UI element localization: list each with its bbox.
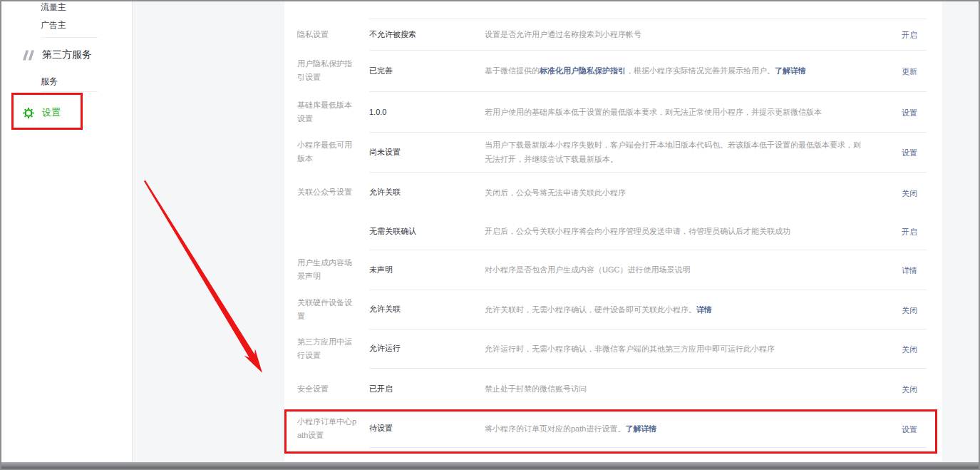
setting-action-cell: 详情 [887, 263, 927, 276]
setting-label: 隐私设置 [297, 28, 369, 41]
description-link[interactable]: 标准化用户隐私保护指引 [540, 66, 626, 75]
setting-value: 1.0.0 [369, 108, 485, 116]
setting-action-link[interactable]: 关闭 [902, 306, 917, 315]
sidebar-item-label: 第三方服务 [42, 48, 92, 61]
settings-row: 用户生成内容场景声明 未声明 对小程序是否包含用户生成内容（UGC）进行使用场景… [284, 250, 942, 290]
setting-description: 禁止处于封禁的微信账号访问 [485, 382, 887, 396]
setting-action-cell: 开启 [887, 28, 927, 41]
setting-action-cell: 更新 [887, 64, 927, 77]
settings-row: 小程序订单中心path设置 待设置 将小程序的订单页对应的path进行设置。了解… [284, 409, 942, 447]
setting-description: 当用户下载最新版本小程序失败时，客户端会打开本地旧版本代码包。若该版本低于设置的… [485, 138, 887, 166]
settings-row: 隐私设置 不允许被搜索 设置是否允许用户通过名称搜索到小程序帐号 开启 [284, 19, 942, 50]
setting-description: 将小程序的订单页对应的path进行设置。了解详情 [485, 422, 887, 436]
description-link[interactable]: 详情 [696, 305, 712, 314]
setting-action-cell: 关闭 [887, 342, 927, 355]
setting-value: 已开启 [369, 384, 485, 394]
setting-description: 允许运行时，无需小程序确认，非微信客户端的其他第三方应用中即可运行此小程序 [485, 342, 887, 356]
settings-row: 关联公众号设置 允许关联 关闭后，公众号将无法申请关联此小程序 关闭 [284, 172, 942, 213]
setting-action-link[interactable]: 关闭 [902, 385, 917, 394]
setting-description: 对小程序是否包含用户生成内容（UGC）进行使用场景说明 [485, 262, 887, 277]
setting-label: 第三方应用中运行设置 [297, 335, 369, 362]
setting-action-cell: 关闭 [887, 382, 927, 395]
setting-value: 允许关联 [369, 304, 485, 315]
setting-label: 用户隐私保护指引设置 [297, 57, 369, 84]
sidebar-item-advertiser[interactable]: 广告主 [41, 19, 66, 31]
setting-value: 允许关联 [369, 187, 485, 198]
settings-panel: 隐私设置 不允许被搜索 设置是否允许用户通过名称搜索到小程序帐号 开启 用户隐私… [284, 1, 942, 464]
setting-action-cell: 设置 [887, 422, 927, 435]
setting-action-cell: 设置 [887, 145, 927, 158]
setting-action-cell: 关闭 [887, 303, 927, 316]
setting-value: 无需关联确认 [369, 226, 485, 237]
sidebar-divider [41, 37, 98, 38]
setting-action-link[interactable]: 关闭 [902, 189, 917, 198]
sidebar-item-services[interactable]: 服务 [41, 76, 58, 88]
setting-label: 安全设置 [297, 382, 369, 396]
settings-row: 小程序最低可用版本 尚未设置 当用户下载最新版本小程序失败时，客户端会打开本地旧… [284, 132, 942, 172]
third-party-icon [23, 49, 34, 61]
setting-action-cell: 开启 [887, 225, 927, 237]
setting-description: 基于微信提供的标准化用户隐私保护指引，根据小程序实际情况完善并展示给用户。了解详… [485, 63, 887, 78]
setting-description: 设置是否允许用户通过名称搜索到小程序帐号 [485, 27, 887, 41]
setting-label: 关联硬件设备设置 [297, 296, 369, 323]
setting-action-link[interactable]: 开启 [902, 228, 917, 236]
setting-description: 若用户使用的基础库版本低于设置的最低版本要求，则无法正常使用小程序，并提示更新微… [485, 105, 887, 119]
settings-row: 无需关联确认 开启后，公众号关联小程序将会向小程序管理员发送申请，待管理员确认后… [284, 213, 942, 250]
sidebar-item-label: 设置 [42, 106, 61, 119]
row-divider [369, 447, 927, 448]
window-bottom-edge [1, 462, 979, 469]
setting-label: 基础库最低版本设置 [297, 98, 369, 126]
sidebar-item-traffic[interactable]: 流量主 [41, 1, 66, 14]
setting-value: 待设置 [369, 423, 485, 434]
settings-row: 基础库最低版本设置 1.0.0 若用户使用的基础库版本低于设置的最低版本要求，则… [284, 91, 942, 132]
setting-action-link[interactable]: 开启 [902, 31, 917, 39]
setting-label: 用户生成内容场景声明 [297, 256, 369, 283]
setting-action-link[interactable]: 设置 [902, 148, 917, 157]
setting-action-link[interactable]: 详情 [902, 266, 917, 275]
setting-action-link[interactable]: 更新 [902, 67, 917, 76]
setting-value: 已完善 [369, 66, 485, 76]
setting-value: 未声明 [369, 265, 485, 275]
gear-icon [23, 107, 34, 118]
setting-value: 允许运行 [369, 343, 485, 354]
app-window: 流量主 广告主 第三方服务 服务 [0, 0, 980, 470]
settings-row: 安全设置 已开启 禁止处于封禁的微信账号访问 关闭 [284, 368, 942, 409]
setting-action-cell: 设置 [887, 106, 927, 118]
description-link[interactable]: 了解详情 [775, 66, 806, 75]
setting-action-link[interactable]: 关闭 [902, 345, 917, 354]
settings-row: 用户隐私保护指引设置 已完善 基于微信提供的标准化用户隐私保护指引，根据小程序实… [284, 50, 942, 91]
setting-value: 尚未设置 [369, 147, 485, 158]
settings-row: 关联硬件设备设置 允许关联 允许关联时，无需小程序确认，硬件设备即可关联此小程序… [284, 290, 942, 329]
setting-label: 小程序订单中心path设置 [297, 415, 369, 442]
setting-action-link[interactable]: 设置 [902, 108, 917, 117]
setting-action-link[interactable]: 设置 [902, 425, 917, 434]
setting-description: 允许关联时，无需小程序确认，硬件设备即可关联此小程序。详情 [485, 302, 887, 317]
settings-row: 第三方应用中运行设置 允许运行 允许运行时，无需小程序确认，非微信客户端的其他第… [284, 329, 942, 368]
setting-value: 不允许被搜索 [369, 29, 485, 40]
sidebar: 流量主 广告主 第三方服务 服务 [1, 1, 133, 463]
description-link[interactable]: 了解详情 [625, 424, 656, 433]
sidebar-divider [41, 91, 98, 92]
setting-label: 关联公众号设置 [297, 185, 369, 199]
setting-description: 开启后，公众号关联小程序将会向小程序管理员发送申请，待管理员确认后才能关联成功 [485, 224, 887, 238]
setting-action-cell: 关闭 [887, 186, 927, 199]
sidebar-item-settings[interactable]: 设置 [23, 106, 61, 119]
setting-description: 关闭后，公众号将无法申请关联此小程序 [485, 185, 887, 200]
setting-label: 小程序最低可用版本 [297, 138, 369, 165]
sidebar-item-third-party-services[interactable]: 第三方服务 [23, 48, 92, 61]
